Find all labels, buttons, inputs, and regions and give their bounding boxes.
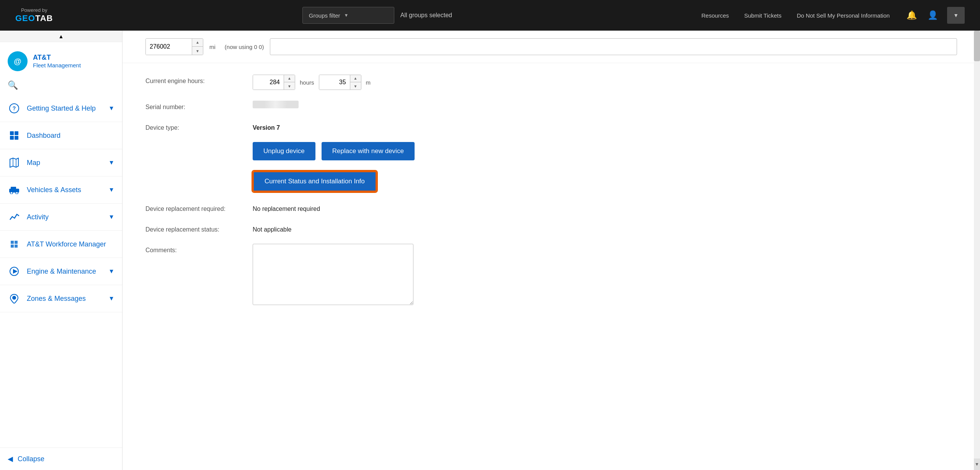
svg-marker-14 — [13, 269, 18, 274]
odometer-spinner-btns: ▲ ▼ — [192, 38, 203, 55]
powered-by-logo: Powered by GEOTAB — [15, 7, 53, 23]
engine-chevron-icon: ▼ — [108, 268, 114, 275]
top-nav-right: Resources Submit Tickets Do Not Sell My … — [701, 7, 965, 24]
odometer-spinner[interactable]: ▲ ▼ — [145, 38, 203, 55]
all-groups-selected-text: All groups selected — [400, 12, 452, 19]
engine-label: Engine & Maintenance — [27, 268, 102, 276]
map-label: Map — [27, 159, 102, 167]
engine-hours-spinner[interactable]: ▲ ▼ — [253, 75, 295, 90]
odometer-extra-input[interactable] — [270, 38, 957, 55]
sidebar-item-vehicles[interactable]: Vehicles & Assets ▼ — [0, 176, 122, 204]
device-type-row: Device type: Version 7 — [145, 121, 635, 131]
getting-started-icon: ? — [8, 102, 21, 115]
dashboard-icon — [8, 129, 21, 142]
vehicles-chevron-icon: ▼ — [108, 186, 114, 193]
scrollbar-down-arrow[interactable]: ▼ — [974, 459, 980, 470]
sidebar: ▲ @ AT&T Fleet Management 🔍 ? Getting St… — [0, 31, 122, 470]
device-form: Current engine hours: ▲ ▼ hours ▲ — [122, 63, 658, 327]
engine-minutes-spinner[interactable]: ▲ ▼ — [319, 75, 361, 90]
groups-filter-button[interactable]: Groups filter ▼ — [302, 7, 394, 24]
activity-label: Activity — [27, 213, 102, 221]
zones-chevron-icon: ▼ — [108, 295, 114, 302]
svg-rect-10 — [11, 187, 16, 189]
engine-minutes-input[interactable] — [319, 75, 350, 90]
action-buttons-row: Unplug device Replace with new device — [253, 142, 635, 160]
geotab-logo: GEOTAB — [15, 13, 53, 23]
replace-device-button[interactable]: Replace with new device — [322, 142, 415, 160]
user-dropdown-arrow-icon: ▼ — [953, 12, 959, 18]
minutes-unit-label: m — [366, 79, 371, 86]
serial-number-row: Serial number: — [145, 101, 635, 111]
odometer-increment-btn[interactable]: ▲ — [192, 38, 203, 47]
svg-rect-4 — [10, 136, 14, 140]
engine-hours-increment-btn[interactable]: ▲ — [284, 75, 295, 82]
sidebar-item-activity[interactable]: Activity ▼ — [0, 204, 122, 231]
device-replacement-status-value: Not applicable — [253, 223, 291, 233]
zones-icon — [8, 292, 21, 305]
collapse-arrow-icon: ◀ — [8, 455, 13, 463]
unplug-device-button[interactable]: Unplug device — [253, 142, 315, 160]
engine-icon — [8, 265, 21, 278]
svg-rect-3 — [15, 131, 18, 135]
comments-label: Comments: — [145, 244, 245, 254]
main-content: ▲ ▼ mi (now using 0 0) Current engine ho… — [122, 31, 980, 470]
sidebar-search[interactable]: 🔍 — [0, 77, 122, 95]
zones-label: Zones & Messages — [27, 295, 102, 303]
groups-filter-bar: Groups filter ▼ All groups selected — [302, 7, 452, 24]
current-status-button[interactable]: Current Status and Installation Info — [253, 171, 377, 192]
device-replacement-required-label: Device replacement required: — [145, 202, 245, 212]
engine-minutes-increment-btn[interactable]: ▲ — [350, 75, 361, 82]
submit-tickets-link[interactable]: Submit Tickets — [744, 12, 782, 19]
main-layout: ▲ @ AT&T Fleet Management 🔍 ? Getting St… — [0, 31, 980, 470]
notifications-icon[interactable]: 🔔 — [905, 9, 918, 22]
hours-unit-label: hours — [300, 79, 314, 86]
groups-filter-label: Groups filter — [309, 12, 340, 19]
sidebar-scroll-up[interactable]: ▲ — [0, 31, 122, 42]
device-replacement-status-row: Device replacement status: Not applicabl… — [145, 223, 635, 233]
att-brand-sub: Fleet Management — [33, 62, 81, 69]
odometer-unit-label: mi — [209, 44, 216, 50]
svg-point-11 — [10, 192, 13, 194]
scrollbar-track: ▼ — [974, 31, 980, 470]
do-not-sell-link[interactable]: Do Not Sell My Personal Information — [797, 12, 890, 19]
sidebar-item-dashboard[interactable]: Dashboard — [0, 122, 122, 149]
scrollbar-thumb[interactable] — [974, 31, 980, 61]
engine-hours-row: Current engine hours: ▲ ▼ hours ▲ — [145, 75, 635, 90]
att-brand-name: AT&T — [33, 54, 81, 62]
engine-hours-decrement-btn[interactable]: ▼ — [284, 82, 295, 90]
sidebar-item-zones[interactable]: Zones & Messages ▼ — [0, 285, 122, 312]
serial-number-label: Serial number: — [145, 101, 245, 111]
top-input-row: ▲ ▼ mi (now using 0 0) — [122, 31, 980, 63]
user-icon[interactable]: 👤 — [926, 9, 939, 22]
status-button-container: Current Status and Installation Info — [253, 171, 635, 192]
odometer-input[interactable] — [146, 38, 192, 55]
att-brand-text: AT&T Fleet Management — [33, 54, 81, 69]
device-replacement-required-row: Device replacement required: No replacem… — [145, 202, 635, 212]
user-dropdown-button[interactable]: ▼ — [947, 7, 965, 24]
activity-chevron-icon: ▼ — [108, 214, 114, 220]
collapse-button[interactable]: ◀ Collapse — [0, 447, 122, 470]
collapse-label: Collapse — [18, 455, 44, 463]
sidebar-item-getting-started[interactable]: ? Getting Started & Help ▼ — [0, 95, 122, 122]
sidebar-item-map[interactable]: Map ▼ — [0, 149, 122, 176]
engine-hours-input[interactable] — [253, 75, 284, 90]
top-nav-left: Powered by GEOTAB — [15, 7, 53, 23]
sidebar-item-workforce[interactable]: AT&T Workforce Manager — [0, 231, 122, 258]
odometer-decrement-btn[interactable]: ▼ — [192, 47, 203, 55]
odometer-note: (now using 0 0) — [225, 44, 264, 50]
comments-textarea[interactable] — [253, 244, 413, 305]
getting-started-label: Getting Started & Help — [27, 104, 102, 113]
getting-started-chevron-icon: ▼ — [108, 105, 114, 112]
workforce-icon — [8, 238, 21, 251]
dashboard-label: Dashboard — [27, 132, 114, 140]
engine-minutes-decrement-btn[interactable]: ▼ — [350, 82, 361, 90]
device-replacement-status-label: Device replacement status: — [145, 223, 245, 233]
engine-minutes-spinner-btns: ▲ ▼ — [350, 75, 361, 90]
map-chevron-icon: ▼ — [108, 159, 114, 166]
engine-hours-label: Current engine hours: — [145, 75, 245, 85]
resources-link[interactable]: Resources — [701, 12, 729, 19]
search-icon[interactable]: 🔍 — [8, 80, 18, 90]
sidebar-item-engine[interactable]: Engine & Maintenance ▼ — [0, 258, 122, 285]
att-logo: @ — [8, 51, 28, 71]
svg-rect-2 — [10, 131, 14, 135]
